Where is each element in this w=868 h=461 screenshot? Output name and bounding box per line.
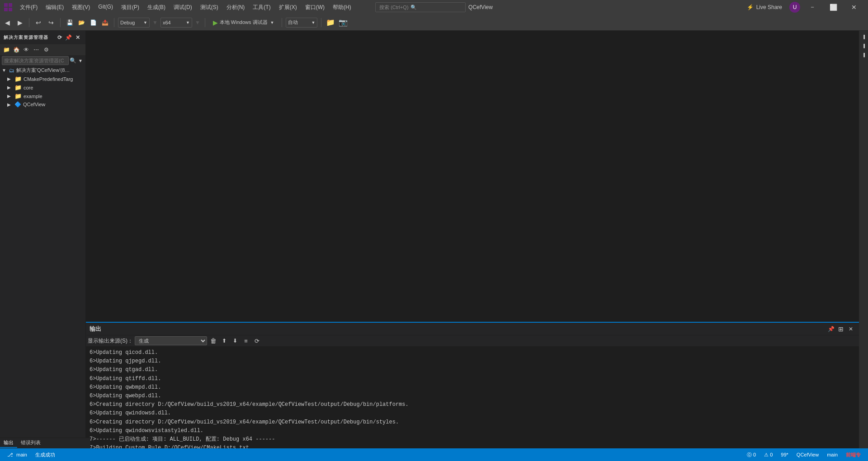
publish-button[interactable]: 📤 — [99, 17, 110, 28]
search-icon[interactable]: 🔍 — [70, 56, 76, 65]
menu-help[interactable]: 帮助(H) — [329, 2, 355, 13]
editor-container: 输出 📌 ⊞ ✕ 显示输出来源(S)： 生成 🗑 ⬆ ⬇ ≡ ⟳ — [86, 31, 859, 448]
output-source-select[interactable]: 生成 — [135, 336, 207, 345]
menu-window[interactable]: 窗口(W) — [302, 2, 328, 13]
menu-tools[interactable]: 工具(T) — [249, 2, 274, 13]
clear-output-button[interactable]: 🗑 — [209, 336, 218, 345]
side-search-input[interactable] — [2, 56, 69, 65]
output-line: 6>Updating qwindowsd.dll. — [90, 409, 855, 418]
toolbar-sep-3 — [114, 18, 114, 27]
open-button[interactable]: 📂 — [76, 17, 87, 28]
search-container: 🔍 ▼ — [0, 55, 85, 66]
user-icon-button[interactable]: U — [788, 0, 802, 14]
close-side-icon[interactable]: ✕ — [74, 33, 82, 42]
output-source-text: 显示输出来源(S)： — [88, 337, 133, 345]
menu-analyze[interactable]: 分析(N) — [223, 2, 249, 13]
screenshot-button[interactable]: 📷 — [338, 17, 349, 28]
scroll-down-button[interactable]: ⬇ — [231, 336, 240, 345]
tab-error-list[interactable]: 错误列表 — [17, 438, 44, 448]
filter-button[interactable]: ⋯ — [32, 45, 41, 54]
run-mode-arrow: ▼ — [311, 20, 316, 25]
rs-icon-2: ▐ — [859, 42, 868, 50]
platform-value: x64 — [163, 20, 171, 25]
output-line: 6>Creating directory D:/QCefView/build_v… — [90, 400, 855, 409]
output-line: 6>Updating qwbmpd.dll. — [90, 383, 855, 392]
menu-build[interactable]: 生成(B) — [144, 2, 169, 13]
search-options-icon[interactable]: ▼ — [77, 56, 84, 65]
side-panel-title: 解决方案资源管理器 — [4, 34, 48, 41]
tree-item-core[interactable]: ▶ 📁 core — [0, 83, 85, 92]
panel-pin-button[interactable]: 📌 — [826, 325, 835, 334]
scroll-up-button[interactable]: ⬆ — [220, 336, 229, 345]
config-sep: ▼ — [152, 19, 158, 26]
menu-test[interactable]: 测试(S) — [197, 2, 222, 13]
status-errors[interactable]: ⓪ 0 — [743, 451, 760, 459]
live-share-button[interactable]: ⚡ Live Share — [741, 0, 788, 14]
solution-root[interactable]: ▼ 🗂 解决方案'QCefView'(8 个项 — [0, 66, 85, 75]
menu-view[interactable]: 视图(V) — [68, 2, 94, 13]
output-line: 6>Updating qtiffd.dll. — [90, 375, 855, 383]
svg-rect-1 — [9, 3, 12, 7]
live-share-icon: ⚡ — [747, 4, 754, 10]
menu-edit[interactable]: 编辑(E) — [42, 2, 67, 13]
menu-project[interactable]: 项目(P) — [118, 2, 143, 13]
search-placeholder: 搜索 (Ctrl+Q) — [379, 4, 408, 11]
output-line: 6>Creating directory D:/QCefView/build_v… — [90, 418, 855, 427]
toolbar-sep-6 — [321, 18, 321, 27]
show-all-button[interactable]: 👁 — [22, 45, 31, 54]
status-git-branch[interactable]: ⎇ main — [4, 451, 31, 459]
close-button[interactable]: ✕ — [844, 0, 864, 14]
folder-open-button[interactable]: 📁 — [325, 17, 336, 28]
sync-icon[interactable]: ⟳ — [56, 33, 64, 42]
collapse-all-button[interactable]: 📁 — [2, 45, 11, 54]
menu-debug[interactable]: 调试(D) — [170, 2, 196, 13]
platform-dropdown[interactable]: x64 ▼ — [160, 18, 192, 28]
cmake-folder-icon: 📁 — [14, 75, 22, 82]
rs-icon-1: ▐ — [859, 33, 868, 41]
status-build-status[interactable]: 生成成功 — [32, 451, 59, 459]
redo-button[interactable]: ↪ — [46, 17, 57, 28]
maximize-button[interactable]: ⬜ — [823, 0, 844, 14]
output-heading: 输出 — [90, 325, 105, 333]
nav-forward-button[interactable]: ▶ — [14, 17, 25, 28]
tree-item-qcefview[interactable]: ▶ 🔷 QCefView — [0, 100, 85, 108]
menu-file[interactable]: 文件(F) — [16, 2, 41, 13]
output-content[interactable]: 6>Updating qicod.dll.6>Updating qjpegd.d… — [86, 347, 859, 448]
panel-close-button[interactable]: ✕ — [846, 325, 855, 334]
undo-button[interactable]: ↩ — [33, 17, 44, 28]
output-line: 6>Updating qwindowsvistastyled.dll. — [90, 427, 855, 435]
run-button[interactable]: ▶ 本地 Windows 调试器 ▼ — [209, 18, 278, 28]
status-warnings[interactable]: ⚠ 0 — [760, 451, 776, 459]
save-button[interactable]: 💾 — [64, 17, 75, 28]
menu-extensions[interactable]: 扩展(X) — [275, 2, 301, 13]
nav-back-button[interactable]: ◀ — [2, 17, 13, 28]
side-toolbar: 📁 🏠 👁 ⋯ ⚙ — [0, 44, 85, 55]
solution-chevron: ▼ — [2, 68, 7, 73]
bottom-tabs: 输出 错误列表 — [0, 437, 90, 448]
svg-rect-0 — [4, 3, 8, 7]
tab-output[interactable]: 输出 — [0, 438, 17, 448]
run-mode-dropdown[interactable]: 自动 ▼ — [286, 18, 317, 28]
debug-config-dropdown[interactable]: Debug ▼ — [118, 18, 150, 28]
editor-area[interactable] — [86, 31, 859, 322]
new-button[interactable]: 📄 — [88, 17, 99, 28]
tree-item-cmake[interactable]: ▶ 📁 CMakePredefinedTarg — [0, 75, 85, 83]
run-arrow: ▼ — [270, 20, 274, 25]
status-encoding[interactable]: main — [823, 451, 841, 458]
platform-arrow: ▼ — [186, 20, 190, 25]
minimize-button[interactable]: － — [802, 0, 823, 14]
status-appname[interactable]: QCefView — [793, 451, 822, 458]
tree-item-example[interactable]: ▶ 📁 example — [0, 92, 85, 100]
refresh-button[interactable]: 🏠 — [12, 45, 21, 54]
settings-button[interactable]: ⚙ — [42, 45, 51, 54]
panel-toolbar: 显示输出来源(S)： 生成 🗑 ⬆ ⬇ ≡ ⟳ — [86, 335, 859, 347]
svg-rect-2 — [4, 8, 8, 11]
menu-git[interactable]: Git(G) — [94, 2, 117, 13]
word-wrap-button[interactable]: ≡ — [241, 336, 250, 345]
find-button[interactable]: ⟳ — [252, 336, 261, 345]
pin-icon[interactable]: 📌 — [65, 33, 73, 42]
panel-move-button[interactable]: ⊞ — [836, 325, 845, 334]
search-box[interactable]: 搜索 (Ctrl+Q) 🔍 — [375, 2, 466, 12]
status-spaces[interactable]: 99* — [777, 451, 792, 458]
output-source-label: 显示输出来源(S)： — [88, 337, 133, 345]
